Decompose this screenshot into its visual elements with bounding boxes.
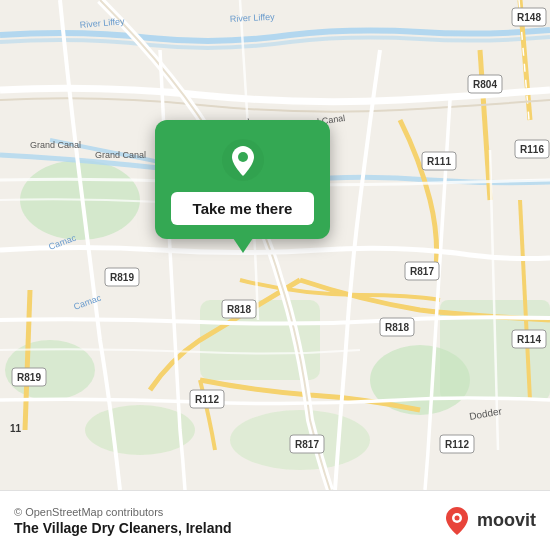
svg-text:R819: R819 xyxy=(110,272,134,283)
svg-text:R112: R112 xyxy=(445,439,469,450)
svg-text:R804: R804 xyxy=(473,79,497,90)
svg-text:Grand Canal: Grand Canal xyxy=(95,150,146,160)
location-popup[interactable]: Take me there xyxy=(155,120,330,239)
svg-text:R818: R818 xyxy=(385,322,409,333)
location-info: © OpenStreetMap contributors The Village… xyxy=(14,506,232,536)
bottom-bar: © OpenStreetMap contributors The Village… xyxy=(0,490,550,550)
svg-text:R111: R111 xyxy=(427,156,451,167)
svg-text:R818: R818 xyxy=(227,304,251,315)
svg-text:R116: R116 xyxy=(520,144,544,155)
moovit-brand-text: moovit xyxy=(477,510,536,531)
map-view[interactable]: R148 R804 R116 R111 R819 R817 R818 R818 … xyxy=(0,0,550,490)
take-me-there-button[interactable]: Take me there xyxy=(171,192,314,225)
svg-text:11: 11 xyxy=(10,423,22,434)
svg-text:R819: R819 xyxy=(17,372,41,383)
svg-text:R817: R817 xyxy=(410,266,434,277)
moovit-logo: moovit xyxy=(441,505,536,537)
svg-text:Grand Canal: Grand Canal xyxy=(30,140,81,150)
osm-attribution: © OpenStreetMap contributors xyxy=(14,506,232,518)
moovit-logo-icon xyxy=(441,505,473,537)
map-pin-icon xyxy=(221,138,265,182)
svg-point-52 xyxy=(454,515,459,520)
svg-text:R114: R114 xyxy=(517,334,541,345)
svg-text:R817: R817 xyxy=(295,439,319,450)
svg-point-50 xyxy=(238,152,248,162)
svg-text:R148: R148 xyxy=(517,12,541,23)
location-name-label: The Village Dry Cleaners, Ireland xyxy=(14,520,232,536)
svg-text:R112: R112 xyxy=(195,394,219,405)
